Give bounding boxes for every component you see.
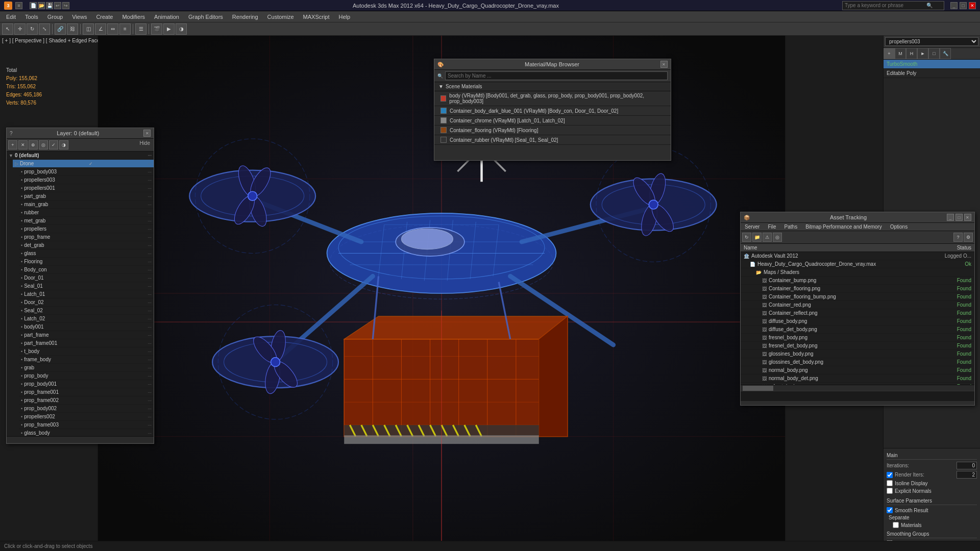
mat-row[interactable]: Container_body_dark_blue_001 (VRayMtl) [… [434,106,671,116]
create-tab[interactable]: + [884,48,895,59]
layer-item[interactable]: • prop_body001··· [19,380,154,388]
asset-row[interactable]: 🖼 diffuse_body.png Found [741,317,974,325]
mat-search-input[interactable] [445,71,668,80]
layer-item[interactable]: • Latch_01··· [19,290,154,298]
unlink-btn[interactable]: ⛓ [67,23,78,35]
asset-row[interactable]: 🖼 Container_bump.png Found [741,277,974,285]
menu-item-group[interactable]: Group [43,13,67,21]
asset-row[interactable]: 🖼 Container_red.png Found [741,301,974,309]
layer-item[interactable]: • part_grab··· [19,192,154,201]
layer-list[interactable]: ▼ 0 (default)···▷ Drone✓···• prop_body00… [7,152,154,436]
asset-row[interactable]: 🖼 fresnel_body.png Found [741,334,974,342]
search-input[interactable] [845,3,926,8]
add-to-layer-btn[interactable]: ⊕ [29,140,38,149]
menu-item-edit[interactable]: Edit [2,13,20,21]
asset-row[interactable]: 🖼 diffuse_det_body.png Found [741,325,974,334]
menu-item-maxscript[interactable]: MAXScript [299,13,334,21]
layer-panel-close[interactable]: ✕ [143,130,151,137]
mat-browser-close[interactable]: ✕ [660,61,668,68]
layer-item[interactable]: • rubber··· [19,209,154,217]
link-btn[interactable]: 🔗 [55,23,66,35]
layer-item[interactable]: • prop_frame003··· [19,421,154,429]
set-current-btn[interactable]: ✓ [49,140,58,149]
search-icon[interactable]: 🔍 [926,3,933,8]
asset-tracking-close[interactable]: ✕ [964,214,971,221]
save-btn[interactable]: 💾 [46,2,53,9]
asset-tracking-minimize[interactable]: _ [947,214,954,221]
modifier-turbosmooth[interactable]: TurboSmooth [884,60,980,69]
layer-item[interactable]: • part_frame··· [19,331,154,339]
layer-item[interactable]: • Flooring··· [19,258,154,266]
col-name-header[interactable]: Name [744,245,936,251]
hide-all-btn[interactable]: ◑ [59,140,68,149]
menu-item-graph-editors[interactable]: Graph Editors [184,13,227,21]
rotate-btn[interactable]: ↻ [27,23,38,35]
asset-row[interactable]: 🖼 Container_flooring.png Found [741,285,974,293]
layer-item[interactable]: • frame_body··· [19,356,154,364]
asset-tracking-title-bar[interactable]: 📦 Asset Tracking _ □ ✕ [741,212,974,223]
asset-row[interactable]: 📂 Maps / Shaders [741,268,974,277]
mat-row[interactable]: Container_rubber (VRayMtl) [Seal_01, Sea… [434,135,671,145]
layer-mgr-btn[interactable]: ☰ [135,23,146,35]
asset-row[interactable]: 🖼 Container_flooring_bump.png Found [741,293,974,301]
layer-scrollbar-h[interactable] [7,436,154,442]
materials-check[interactable] [893,522,899,528]
move-btn[interactable]: ✛ [14,23,26,35]
layer-item[interactable]: • propellers002··· [19,413,154,421]
layer-panel-title-bar[interactable]: ? Layer: 0 (default) ✕ [7,128,154,139]
mat-expand-icon[interactable]: ▼ [438,84,444,89]
mirror-btn[interactable]: ⇔ [107,23,118,35]
asset-row[interactable]: 🖼 fresnel_det_body.png Found [741,342,974,350]
hierarchy-tab[interactable]: H [906,48,917,59]
redo-btn[interactable]: ↪ [62,2,69,9]
create-layer-btn[interactable]: + [8,140,17,149]
asset-list[interactable]: 🏦 Autodesk Vault 2012 Logged O... 📄 Heav… [741,252,974,385]
layer-item[interactable]: • Seal_02··· [19,307,154,315]
layer-item[interactable]: • glass_body··· [19,429,154,436]
asset-row[interactable]: 🖼 normal_body.png Found [741,366,974,374]
active-shade-btn[interactable]: ◑ [176,23,187,35]
scale-btn[interactable]: ⤡ [39,23,50,35]
menu-item-customize[interactable]: Customize [263,13,298,21]
new-btn[interactable]: 📄 [30,2,37,9]
layer-item[interactable]: • prop_frame001··· [19,388,154,396]
layer-item[interactable]: • propellers003··· [19,176,154,184]
mat-browser-title-bar[interactable]: 🎨 Material/Map Browser ✕ [434,59,671,70]
layer-item[interactable]: • Door_02··· [19,298,154,307]
menu-item-animation[interactable]: Animation [150,13,183,21]
render-setup-btn[interactable]: 🎬 [151,23,162,35]
layer-item[interactable]: • prop_frame··· [19,233,154,241]
smooth-result-check[interactable] [887,507,893,513]
layer-item[interactable]: • Latch_02··· [19,315,154,323]
display-tab[interactable]: □ [928,48,940,59]
object-dropdown[interactable]: propellers003 [885,37,978,46]
layer-item[interactable]: • t_body··· [19,347,154,356]
layer-item[interactable]: • Seal_01··· [19,282,154,290]
asset-search-bar[interactable] [741,391,974,401]
asset-select-btn[interactable]: ◎ [773,233,782,242]
select-objects-btn[interactable]: ◎ [39,140,48,149]
layer-item[interactable]: ▷ Drone✓··· [13,160,154,168]
render-iters-check[interactable] [887,472,893,478]
layer-item[interactable]: • propellers001··· [19,184,154,192]
asset-path-btn[interactable]: 📁 [752,233,762,242]
minimize-btn[interactable]: _ [950,2,958,9]
menu-item-modifiers[interactable]: Modifiers [118,13,149,21]
mat-row[interactable]: body (VRayMtl) [Body001, det_grab, glass… [434,91,671,106]
maximize-btn[interactable]: □ [960,2,967,9]
layer-item[interactable]: • prop_frame002··· [19,396,154,405]
menu-item-help[interactable]: Help [335,13,355,21]
asset-settings-btn[interactable]: ⚙ [964,233,973,242]
asset-row[interactable]: 🏦 Autodesk Vault 2012 Logged O... [741,252,974,260]
menu-item-create[interactable]: Create [92,13,117,21]
asset-row[interactable]: 🖼 refract_body.png Found [741,383,974,385]
asset-search-input[interactable] [744,393,971,398]
asset-row[interactable]: 🖼 glossines_det_body.png Found [741,358,974,366]
asset-menu-options[interactable]: Options [886,223,912,231]
layer-item[interactable]: • met_grab··· [19,217,154,225]
mat-row[interactable]: Container_flooring (VRayMtl) [Flooring] [434,126,671,135]
render-iters-input[interactable] [957,471,977,479]
select-btn[interactable]: ↖ [2,23,13,35]
align-btn[interactable]: ≡ [119,23,131,35]
menu-item-tools[interactable]: Tools [21,13,42,21]
